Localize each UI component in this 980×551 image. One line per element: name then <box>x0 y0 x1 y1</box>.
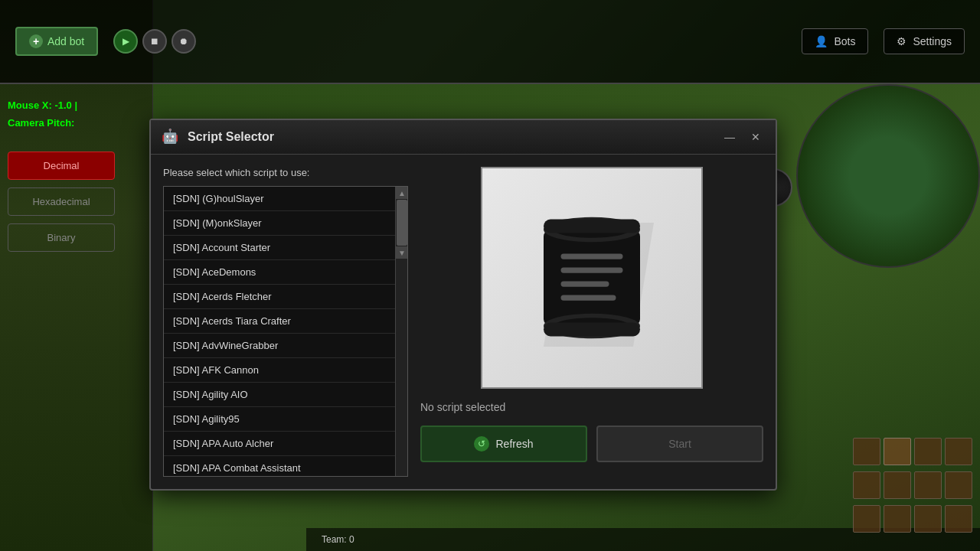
hud-icon-4[interactable] <box>945 438 972 465</box>
playback-controls: ▶ ⏹ ⏺ <box>113 29 196 54</box>
svg-rect-1 <box>544 230 640 326</box>
hud-icon-8[interactable] <box>945 471 972 499</box>
script-list-item[interactable]: [SDN] (M)onkSlayer <box>164 211 407 236</box>
plus-icon: + <box>29 34 43 48</box>
play-button[interactable]: ▶ <box>113 29 138 54</box>
script-list-item[interactable]: [SDN] Account Starter <box>164 236 407 260</box>
script-list-container: [SDN] (G)houlSlayer[SDN] (M)onkSlayer[SD… <box>163 186 408 477</box>
svg-rect-7 <box>561 268 623 273</box>
decimal-button[interactable]: Decimal <box>8 152 115 180</box>
script-list-item[interactable]: [SDN] Acerds Tiara Crafter <box>164 309 407 334</box>
script-list-item[interactable]: [SDN] (G)houlSlayer <box>164 187 407 211</box>
script-list-item[interactable]: [SDN] AdvWineGrabber <box>164 334 407 358</box>
hud-icon-2[interactable] <box>884 438 911 465</box>
hud-icon-7[interactable] <box>914 471 942 499</box>
dialog-icon: 🤖 <box>162 128 180 146</box>
svg-rect-8 <box>561 282 609 287</box>
hud-icon-1[interactable] <box>853 438 880 465</box>
bots-button[interactable]: 👤 Bots <box>802 28 868 54</box>
camera-pitch-label: Camera Pitch: <box>8 117 145 129</box>
scrollbar-track: ▲ ▼ <box>395 187 407 476</box>
script-list-item[interactable]: [SDN] APA Auto Alcher <box>164 432 407 456</box>
refresh-icon: ↺ <box>474 436 489 452</box>
refresh-label: Refresh <box>495 438 533 450</box>
add-bot-button[interactable]: + Add bot <box>15 27 98 56</box>
hud-row-2 <box>853 471 972 499</box>
script-list-item[interactable]: [SDN] Agility95 <box>164 407 407 432</box>
dialog-titlebar: 🤖 Script Selector — ✕ <box>151 120 776 155</box>
binary-button[interactable]: Binary <box>8 223 115 252</box>
settings-label: Settings <box>913 35 952 47</box>
scrollbar-up-button[interactable]: ▲ <box>396 187 408 199</box>
script-list-item[interactable]: [SDN] APA Combat Assistant <box>164 456 407 476</box>
hud-icon-5[interactable] <box>853 471 880 499</box>
hex-button[interactable]: Hexadecimal <box>8 187 115 216</box>
no-script-label: No script selected <box>420 401 505 413</box>
dialog-close-button[interactable]: ✕ <box>746 128 765 146</box>
hud-icons <box>853 438 972 536</box>
team-label: Team: 0 <box>322 534 354 545</box>
minimap <box>796 84 980 268</box>
hud-icon-9[interactable] <box>853 505 880 533</box>
svg-rect-11 <box>544 220 640 233</box>
hud-icon-3[interactable] <box>914 438 942 465</box>
mouse-x-label: Mouse X: -1.0 | <box>8 99 145 111</box>
dialog-body: Please select which script to use: [SDN]… <box>151 155 776 489</box>
bots-label: Bots <box>834 35 855 47</box>
script-list-item[interactable]: [SDN] Agility AIO <box>164 383 407 407</box>
script-preview <box>481 167 703 389</box>
script-list-item[interactable]: [SDN] AFK Cannon <box>164 358 407 383</box>
dialog-subtitle: Please select which script to use: <box>163 167 408 178</box>
settings-button[interactable]: ⚙ Settings <box>884 28 965 54</box>
scrollbar-thumb[interactable] <box>397 200 407 246</box>
toolbar-right: 👤 Bots ⚙ Settings <box>802 28 965 54</box>
scrollbar-down-button[interactable]: ▼ <box>396 246 408 259</box>
refresh-button[interactable]: ↺ Refresh <box>420 425 587 462</box>
script-selector-dialog: 🤖 Script Selector — ✕ Please select whic… <box>149 119 777 491</box>
dialog-right: No script selected ↺ Refresh Start <box>420 167 763 477</box>
hud-icon-6[interactable] <box>884 471 911 499</box>
toolbar: + Add bot ▶ ⏹ ⏺ 👤 Bots ⚙ Settings <box>0 0 980 84</box>
svg-rect-6 <box>561 254 623 259</box>
dialog-buttons: ↺ Refresh Start <box>420 425 763 462</box>
stop-button[interactable]: ⏹ <box>142 29 167 54</box>
left-panel: Mouse X: -1.0 | Camera Pitch: Decimal He… <box>0 84 153 267</box>
hud-icon-11[interactable] <box>914 505 942 533</box>
script-list-item[interactable]: [SDN] AceDemons <box>164 260 407 285</box>
record-button[interactable]: ⏺ <box>172 29 196 54</box>
hud-icon-10[interactable] <box>884 505 911 533</box>
scroll-svg-icon <box>523 201 661 354</box>
script-list: [SDN] (G)houlSlayer[SDN] (M)onkSlayer[SD… <box>164 187 407 476</box>
dialog-minimize-button[interactable]: — <box>720 128 739 146</box>
hud-row-3 <box>853 505 972 533</box>
bots-icon: 👤 <box>815 35 828 47</box>
gear-icon: ⚙ <box>897 35 906 47</box>
script-list-item[interactable]: [SDN] Acerds Fletcher <box>164 285 407 309</box>
start-button[interactable]: Start <box>596 425 763 462</box>
dialog-left: Please select which script to use: [SDN]… <box>163 167 408 477</box>
svg-rect-10 <box>544 323 640 337</box>
svg-rect-9 <box>561 295 616 301</box>
hud-row-1 <box>853 438 972 465</box>
hud-icon-12[interactable] <box>945 505 972 533</box>
dialog-title: Script Selector <box>188 130 713 144</box>
add-bot-label: Add bot <box>47 35 84 47</box>
